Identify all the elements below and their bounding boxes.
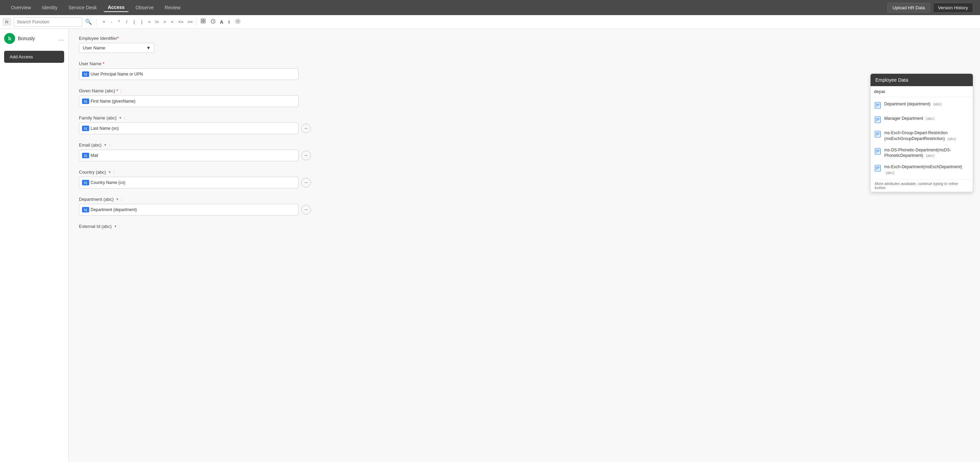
country-row: b| Country Name (co) −: [79, 177, 970, 188]
op-minus[interactable]: -: [108, 19, 115, 25]
family-name-input[interactable]: b| Last Name (sn): [79, 123, 299, 134]
country-input[interactable]: b| Country Name (co): [79, 177, 299, 188]
department-chevron[interactable]: ▼: [116, 198, 119, 201]
result-name-exch-dept: ms-Exch-Department(msExchDepartment): [884, 164, 962, 169]
result-type-exch-group: (abc): [947, 137, 956, 141]
user-name-row: b| User Principal Name or UPN: [79, 68, 970, 80]
family-name-label-row: Family Name (abc) ▼ :: [79, 115, 970, 121]
version-history-button[interactable]: Version History: [933, 3, 973, 13]
result-icon-manager-dept: [875, 116, 881, 124]
email-remove-button[interactable]: −: [301, 151, 311, 160]
add-access-button[interactable]: Add Access: [4, 51, 64, 63]
country-label: Country (abc): [79, 170, 106, 175]
nav-item-service-desk[interactable]: Service Desk: [65, 3, 101, 12]
country-chevron[interactable]: ▼: [108, 170, 111, 174]
sidebar: b Bonusly … Add Access: [0, 29, 68, 462]
department-input[interactable]: b| Department (department): [79, 204, 299, 215]
country-remove-button[interactable]: −: [301, 178, 311, 187]
op-equals[interactable]: =: [146, 19, 153, 25]
given-name-tag: b|: [82, 99, 89, 104]
op-gte[interactable]: >=: [186, 19, 194, 25]
family-name-remove-button[interactable]: −: [301, 124, 311, 133]
department-remove-button[interactable]: −: [301, 205, 311, 215]
field-employee-identifier: Employee Identifier* User Name ▼: [79, 36, 970, 53]
user-name-input[interactable]: b| User Principal Name or UPN: [79, 68, 299, 80]
op-multiply[interactable]: *: [116, 19, 123, 25]
nav-item-access[interactable]: Access: [103, 3, 129, 12]
user-name-tag-text: User Principal Name or UPN: [91, 72, 143, 76]
svg-rect-13: [875, 117, 880, 123]
given-name-label-row: Given Name (abc) * :: [79, 88, 970, 93]
external-id-label: External Id (abc): [79, 224, 111, 229]
result-item-manager-dept[interactable]: Manager Department (abc): [870, 113, 973, 127]
employee-identifier-label-row: Employee Identifier*: [79, 36, 970, 41]
nav-item-review[interactable]: Review: [161, 3, 185, 12]
result-icon-department: [875, 102, 881, 110]
op-greater[interactable]: >: [161, 19, 168, 25]
email-row: b| Mail −: [79, 150, 970, 161]
sidebar-more-menu[interactable]: …: [58, 35, 64, 42]
result-icon-exch-dept: [875, 165, 881, 173]
family-name-tag: b|: [82, 126, 89, 131]
department-row: b| Department (department) −: [79, 204, 970, 215]
svg-rect-2: [201, 21, 203, 23]
employee-identifier-label: Employee Identifier*: [79, 36, 119, 41]
department-label: Department (abc): [79, 197, 114, 202]
family-name-label: Family Name (abc): [79, 115, 117, 121]
email-colon: :: [109, 142, 110, 148]
employee-identifier-select[interactable]: User Name ▼: [79, 43, 154, 53]
op-grid[interactable]: [199, 18, 208, 26]
user-name-label: User Name *: [79, 61, 104, 66]
op-clock[interactable]: [208, 18, 218, 26]
fx-label: fx: [3, 18, 11, 25]
family-name-chevron[interactable]: ▼: [119, 116, 122, 120]
op-plus[interactable]: +: [100, 19, 107, 25]
country-tag-text: Country Name (co): [91, 180, 125, 185]
field-country: Country (abc) ▼ : b| Country Name (co) −: [79, 170, 970, 188]
op-open-paren[interactable]: (: [131, 19, 138, 25]
svg-rect-25: [875, 165, 880, 171]
email-chevron[interactable]: ▼: [103, 143, 107, 147]
search-icon[interactable]: 🔍: [84, 18, 93, 26]
given-name-colon: :: [120, 88, 121, 93]
country-colon: :: [114, 170, 115, 175]
svg-rect-17: [875, 131, 880, 137]
result-item-ds-phonetic[interactable]: ms-DS-Phonetic-Department(msDS-PhoneticD…: [870, 145, 973, 162]
op-settings[interactable]: [233, 18, 242, 26]
panel-header: Employee Data: [870, 74, 973, 86]
department-tag-text: Department (department): [91, 207, 137, 212]
op-divide[interactable]: /: [123, 19, 130, 25]
result-icon-ds-phonetic: [875, 148, 881, 156]
op-close-paren[interactable]: ): [138, 19, 145, 25]
op-not-equals[interactable]: !=: [153, 19, 161, 25]
result-item-department[interactable]: Department (department) (abc): [870, 99, 973, 113]
panel-search-input[interactable]: [874, 89, 969, 94]
result-type-exch-dept: (abc): [886, 170, 894, 175]
given-name-input[interactable]: b| First Name (givenName): [79, 96, 299, 107]
op-info[interactable]: ℹ: [226, 19, 233, 25]
op-text[interactable]: A: [218, 19, 225, 25]
nav-item-observe[interactable]: Observe: [131, 3, 158, 12]
formula-operators: + - * / ( ) = != > < <= >= A ℹ: [100, 18, 242, 26]
email-input[interactable]: b| Mail: [79, 150, 299, 161]
nav-item-overview[interactable]: Overview: [7, 3, 35, 12]
op-lte[interactable]: <=: [177, 19, 185, 25]
employee-data-panel: Employee Data Department (dep: [870, 73, 973, 192]
result-item-exch-dept[interactable]: ms-Exch-Department(msExchDepartment) (ab…: [870, 161, 973, 178]
nav-item-identity[interactable]: Identity: [38, 3, 61, 12]
result-content-manager-dept: Manager Department (abc): [884, 116, 969, 121]
external-id-chevron[interactable]: ▼: [114, 225, 117, 228]
op-less[interactable]: <: [169, 19, 176, 25]
country-tag: b|: [82, 180, 89, 185]
result-item-exch-group[interactable]: ms-Exch-Group-Depart-Restriction (msExch…: [870, 127, 973, 145]
chevron-down-icon: ▼: [146, 45, 151, 51]
external-id-colon: :: [119, 224, 121, 229]
upload-hr-data-button[interactable]: Upload HR Data: [887, 3, 930, 13]
field-user-name: User Name * b| User Principal Name or UP…: [79, 61, 970, 80]
search-function-input[interactable]: [14, 17, 82, 27]
family-name-colon: :: [124, 115, 126, 121]
panel-results: Department (department) (abc): [870, 97, 973, 179]
svg-rect-3: [204, 21, 205, 23]
svg-point-8: [235, 19, 240, 24]
result-icon-exch-group: [875, 131, 881, 139]
